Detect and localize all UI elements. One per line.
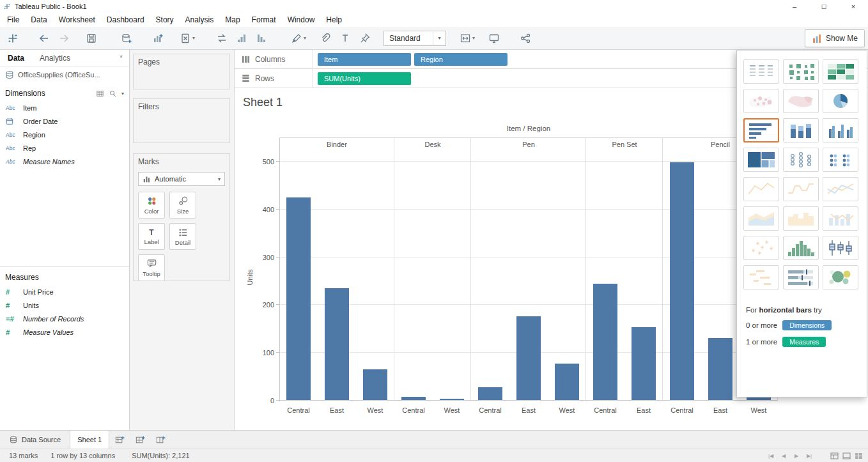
showme-filled-map[interactable] [783, 89, 819, 113]
fit-axes-button[interactable] [456, 29, 474, 47]
scroll-tabs-last-icon[interactable]: ▶| [805, 453, 814, 459]
field-item[interactable]: AbcItem [0, 101, 129, 114]
menu-help[interactable]: Help [320, 14, 348, 26]
field-units[interactable]: #Units [0, 298, 129, 312]
showme-scatter-plot[interactable] [743, 236, 779, 260]
showme-lines-continuous[interactable] [743, 177, 779, 201]
menu-format[interactable]: Format [246, 14, 282, 26]
sort-ascending-button[interactable] [233, 29, 250, 47]
fix-axes-button[interactable] [356, 29, 373, 47]
sheet-tab-active[interactable]: Sheet 1 [70, 431, 109, 449]
bar-mark[interactable] [632, 327, 656, 400]
field-unit-price[interactable]: #Unit Price [0, 285, 129, 298]
showme-horizontal-bars[interactable] [743, 118, 779, 142]
pill-item[interactable]: Item [318, 53, 411, 66]
data-source-tab[interactable]: Data Source [0, 431, 70, 449]
bar-mark[interactable] [708, 338, 732, 400]
bar-mark[interactable] [325, 288, 349, 400]
bar-mark[interactable] [593, 284, 617, 400]
search-icon[interactable] [109, 89, 117, 98]
menu-dashboard[interactable]: Dashboard [101, 14, 150, 26]
bar-mark[interactable] [363, 369, 387, 400]
show-filmstrip-icon[interactable] [842, 452, 851, 459]
tab-analytics[interactable]: Analytics [32, 50, 78, 66]
share-button[interactable] [516, 29, 534, 47]
detail-button[interactable]: Detail [169, 223, 196, 250]
showme-side-by-side-bars[interactable] [823, 118, 858, 142]
group-members-button[interactable] [316, 29, 334, 47]
show-tabs-icon[interactable] [830, 452, 839, 459]
new-worksheet-button[interactable] [149, 29, 166, 47]
swap-axes-button[interactable] [213, 29, 230, 47]
chevron-down-icon[interactable]: ▾ [472, 35, 475, 41]
field-number-of-records[interactable]: =#Number of Records [0, 312, 129, 325]
menu-analysis[interactable]: Analysis [180, 14, 220, 26]
bar-mark[interactable] [286, 197, 311, 400]
tooltip-button[interactable]: Tooltip [138, 254, 165, 281]
close-button[interactable]: × [839, 0, 868, 13]
field-order-date[interactable]: Order Date [0, 114, 129, 128]
menu-worksheet[interactable]: Worksheet [53, 14, 101, 26]
tableau-logo-button[interactable] [4, 29, 21, 47]
field-rep[interactable]: AbcRep [0, 141, 129, 155]
menu-data[interactable]: Data [25, 14, 52, 26]
chevron-down-icon[interactable]: ▾ [304, 35, 306, 41]
pill-sum-units[interactable]: SUM(Units) [318, 72, 411, 85]
view-fit-select[interactable]: Standard ▾ [384, 31, 446, 46]
showme-text-table[interactable] [743, 59, 779, 84]
bar-mark[interactable] [478, 387, 502, 400]
showme-gantt[interactable] [743, 265, 779, 289]
showme-symbol-map[interactable] [743, 89, 779, 113]
showme-circle-view[interactable] [783, 148, 819, 172]
clear-sheet-button[interactable] [176, 29, 194, 47]
showme-box-and-whisker[interactable] [823, 236, 858, 260]
sort-fields-caret-icon[interactable]: ▾ [121, 91, 124, 96]
minimize-button[interactable]: – [780, 0, 809, 13]
mark-type-dropdown[interactable]: Automatic ▾ [138, 172, 225, 186]
field-measure-names[interactable]: AbcMeasure Names [0, 155, 129, 168]
showme-highlight-table[interactable] [823, 59, 858, 84]
menu-window[interactable]: Window [282, 14, 321, 26]
showme-dual-lines[interactable] [823, 177, 858, 201]
maximize-button[interactable]: □ [809, 0, 839, 13]
showme-lines-discrete[interactable] [783, 177, 819, 201]
highlight-button[interactable] [288, 29, 305, 47]
showme-side-by-side-circles[interactable] [823, 148, 858, 172]
showme-pie-chart[interactable] [823, 89, 858, 113]
bar-mark[interactable] [401, 397, 426, 400]
pill-region[interactable]: Region [414, 53, 508, 66]
new-worksheet-tab-button[interactable] [109, 431, 130, 449]
save-button[interactable] [82, 29, 100, 47]
field-measure-values[interactable]: #Measure Values [0, 325, 129, 339]
pages-shelf[interactable]: Pages [133, 54, 230, 89]
forward-button[interactable] [55, 29, 72, 47]
show-mark-labels-button[interactable] [336, 29, 353, 47]
view-data-grid-icon[interactable] [96, 89, 104, 98]
bar-mark[interactable] [440, 399, 464, 400]
back-button[interactable] [35, 29, 52, 47]
showme-stacked-bars[interactable] [783, 118, 819, 142]
chevron-down-icon[interactable]: ▾ [192, 35, 195, 41]
plot-area[interactable]: Units 0100200300400500BinderCentralEastW… [279, 137, 778, 401]
field-region[interactable]: AbcRegion [0, 128, 129, 141]
menu-map[interactable]: Map [219, 14, 245, 26]
size-button[interactable]: Size [169, 192, 196, 219]
bar-mark[interactable] [555, 364, 579, 400]
bar-mark[interactable] [670, 162, 694, 401]
new-story-button[interactable] [150, 431, 171, 449]
presentation-mode-button[interactable] [485, 29, 502, 47]
new-dashboard-button[interactable] [130, 431, 150, 449]
showme-heat-map[interactable] [783, 59, 819, 84]
showme-bullet-graph[interactable] [783, 265, 819, 289]
showme-packed-bubbles[interactable] [823, 265, 858, 289]
showme-area-discrete[interactable] [783, 206, 819, 231]
new-datasource-button[interactable] [118, 29, 135, 47]
tab-data[interactable]: Data [0, 50, 32, 66]
scroll-tabs-first-icon[interactable]: |◀ [766, 453, 775, 459]
show-me-button[interactable]: Show Me [805, 29, 865, 47]
label-button[interactable]: TLabel [138, 223, 165, 250]
showme-area-continuous[interactable] [743, 206, 779, 231]
showme-histogram[interactable] [783, 236, 819, 260]
sort-descending-button[interactable] [252, 29, 270, 47]
menu-file[interactable]: File [1, 14, 25, 26]
